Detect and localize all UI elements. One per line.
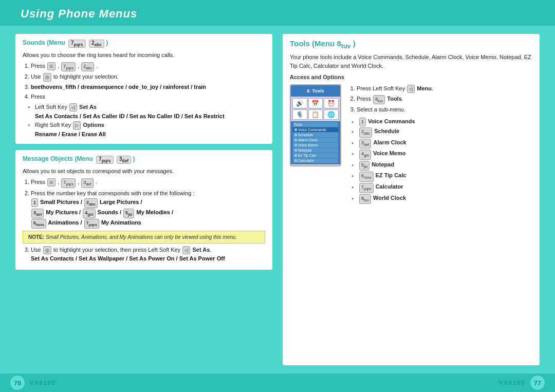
title-bar: Using Phone Menus bbox=[0, 0, 555, 26]
screen-dot bbox=[294, 154, 297, 157]
sounds-step2: Use ◎ to highlight your selection. bbox=[31, 72, 265, 82]
message-objects-section: Message Objects (Menu 7pqrs 3def ) Allow… bbox=[15, 150, 272, 269]
submenu-item-6: 6mno EZ Tip Calc bbox=[351, 171, 532, 182]
left-soft-option: Left Soft Key ◁ Set As Set As Contacts /… bbox=[28, 103, 265, 121]
screen-title-bar: 8. Tools bbox=[291, 85, 340, 97]
content-area: Sounds (Menu 7pqrs 2abc ) Allows you to … bbox=[0, 26, 555, 374]
sounds-step4: Press bbox=[31, 92, 265, 102]
screen-dot bbox=[294, 159, 297, 162]
screen-icon-1: 🔊 bbox=[292, 98, 307, 108]
screen-item-5: Notepad bbox=[293, 148, 338, 153]
msg-key2: 3def bbox=[117, 156, 131, 164]
sounds-header: Sounds (Menu 7pqrs 2abc ) bbox=[23, 39, 265, 48]
submenu-item-4: 4ghi Voice Memo bbox=[351, 148, 532, 160]
sounds-section: Sounds (Menu 7pqrs 2abc ) Allows you to … bbox=[15, 34, 272, 144]
screen-item-1: Voice Commands bbox=[293, 127, 338, 133]
submenu-item-2: 2abc Schedule bbox=[351, 126, 532, 138]
menu-key-icon: ⊙ bbox=[47, 62, 55, 70]
sounds-key2: 2abc bbox=[89, 40, 104, 48]
screen-item-4: Voice Memo bbox=[293, 143, 338, 148]
soft-key-icon: ◁ bbox=[69, 103, 77, 111]
sounds-description: Allows you to choose the ring tones hear… bbox=[23, 51, 265, 60]
tools-step-list: Press Left Soft Key ◁ Menu. Press 8tuv T… bbox=[348, 84, 532, 115]
right-column: Tools (Menu 8tuv ) Your phone tools incl… bbox=[283, 26, 540, 374]
tools-step2: Press 8tuv Tools. bbox=[357, 95, 532, 105]
tools-layout: 8. Tools 🔊 📅 ⏰ 🎙️ 📋 🌐 bbox=[290, 84, 532, 204]
tools-header: Tools (Menu 8tuv ) bbox=[290, 39, 532, 50]
screen-item-6: Ez Tip Calc bbox=[293, 153, 338, 158]
page: Using Phone Menus Sounds (Menu 7pqrs 2ab… bbox=[0, 0, 555, 392]
message-objects-header: Message Objects (Menu 7pqrs 3def ) bbox=[23, 155, 265, 164]
key-2: 2abc bbox=[81, 62, 94, 72]
bottom-bar: 76 VX6100 VX6100 77 bbox=[0, 374, 555, 392]
sounds-options: Left Soft Key ◁ Set As Set As Contacts /… bbox=[23, 103, 265, 139]
screen-item-7: Calculator bbox=[293, 158, 338, 163]
screen-icon-2: 📅 bbox=[308, 98, 323, 108]
sounds-step3: beethovens_fifth / dreamsequence / ode_t… bbox=[31, 83, 265, 92]
screen-dot bbox=[294, 144, 297, 146]
submenu-item-1: 1 Voice Commands bbox=[351, 117, 532, 126]
screen-menu-list: Voice Commands Schedule Alarm Clock bbox=[293, 127, 338, 163]
screen-dot bbox=[294, 149, 297, 152]
sounds-step1: Press ⊙ , 7pqrs , 2abc . bbox=[31, 62, 265, 72]
screen-list: Tools Voice Commands Schedule bbox=[291, 121, 340, 164]
note-box: NOTE: Small Pictures, Animations, and My… bbox=[23, 231, 265, 244]
msg-step3: Use ◎ to highlight your selection, then … bbox=[31, 246, 265, 264]
screen-dot bbox=[294, 134, 297, 136]
screen-icon-3: ⏰ bbox=[324, 98, 339, 108]
tools-steps-area: Press Left Soft Key ◁ Menu. Press 8tuv T… bbox=[348, 84, 532, 204]
access-options-title: Access and Options bbox=[290, 74, 532, 80]
page-title: Using Phone Menus bbox=[21, 7, 534, 21]
tools-key: 8tuv bbox=[337, 39, 350, 48]
left-model: VX6100 bbox=[30, 380, 56, 386]
left-page-number: 76 bbox=[10, 376, 25, 390]
nav-key: ◎ bbox=[43, 73, 51, 81]
screen-icon-grid: 🔊 📅 ⏰ 🎙️ 📋 🌐 bbox=[291, 97, 340, 121]
phone-screen: 8. Tools 🔊 📅 ⏰ 🎙️ 📋 🌐 bbox=[290, 84, 341, 204]
submenu-item-3: 3def Alarm Clock bbox=[351, 138, 532, 149]
screen-icon-5: 📋 bbox=[308, 109, 323, 120]
right-model: VX6100 bbox=[499, 380, 525, 386]
tools-intro: Your phone tools include a Voice Command… bbox=[290, 53, 532, 70]
tools-section: Tools (Menu 8tuv ) Your phone tools incl… bbox=[283, 34, 540, 365]
left-column: Sounds (Menu 7pqrs 2abc ) Allows you to … bbox=[15, 26, 272, 374]
phone-screen-image: 8. Tools 🔊 📅 ⏰ 🎙️ 📋 🌐 bbox=[290, 84, 341, 166]
msg-key1: 7pqrs bbox=[96, 156, 114, 164]
screen-item-3: Alarm Clock bbox=[293, 138, 338, 143]
msg-steps: Press ⊙ , 7pqrs , 3def . Press the numbe… bbox=[23, 178, 265, 229]
screen-icon-6: 🌐 bbox=[324, 109, 339, 120]
submenu-item-7: 7pqrs Calculator bbox=[351, 182, 532, 193]
tools-submenu-list: 1 Voice Commands 2abc Schedule 3def Alar… bbox=[348, 117, 532, 204]
key-7: 7pqrs bbox=[61, 62, 76, 72]
tools-step1: Press Left Soft Key ◁ Menu. bbox=[357, 84, 532, 94]
screen-dot bbox=[294, 139, 297, 141]
msg-description: Allows you to set objects to correspond … bbox=[23, 167, 265, 176]
screen-item-2: Schedule bbox=[293, 133, 338, 138]
screen-tools-label: Tools bbox=[293, 122, 338, 127]
submenu-item-5: 5jkl Notepad bbox=[351, 160, 532, 171]
msg-steps-continued: Use ◎ to highlight your selection, then … bbox=[23, 246, 265, 264]
sounds-steps: Press ⊙ , 7pqrs , 2abc . Use ◎ to highli… bbox=[23, 62, 265, 102]
right-page-number: 77 bbox=[530, 376, 545, 390]
screen-icon-4: 🎙️ bbox=[292, 109, 307, 120]
tools-step3: Select a sub-menu. bbox=[357, 105, 532, 115]
song-names: beethovens_fifth / dreamsequence / ode_t… bbox=[31, 83, 265, 92]
msg-step1: Press ⊙ , 7pqrs , 3def . bbox=[31, 178, 265, 188]
screen-dot bbox=[294, 128, 297, 131]
msg-step2: Press the number key that corresponds wi… bbox=[31, 189, 265, 229]
right-key-icon: ▷ bbox=[73, 121, 81, 129]
right-soft-option: Right Soft Key ▷ Options Rename / Erase … bbox=[28, 121, 265, 139]
submenu-item-8: 8tuv World Clock bbox=[351, 193, 532, 204]
sounds-key1: 7pqrs bbox=[68, 40, 86, 48]
